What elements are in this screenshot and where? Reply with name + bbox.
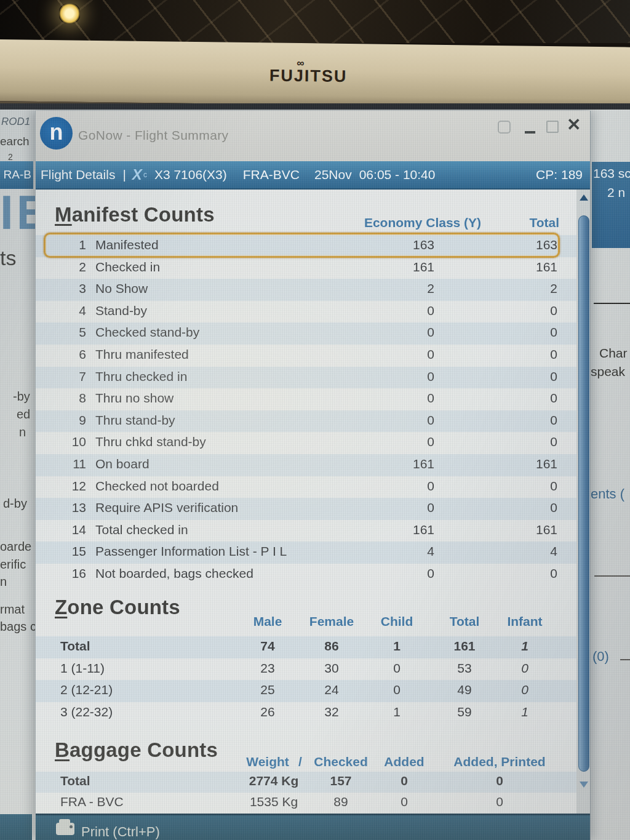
economy-value: 161 — [357, 522, 434, 537]
row-label: Not boarded, bags checked — [95, 566, 253, 581]
maximize-button[interactable] — [546, 121, 559, 133]
row-label: Checked not boarded — [95, 479, 219, 494]
flight-details-label: Flight Details — [41, 167, 115, 182]
row-label: On board — [95, 457, 150, 471]
row-number: 7 — [54, 369, 86, 384]
total-value: 161 — [480, 457, 557, 471]
economy-value: 2 — [357, 281, 434, 296]
manifest-row[interactable]: 1 Manifested 163 163 — [36, 235, 576, 257]
bg-fragment: 2 — [8, 152, 13, 162]
zone-counts-title: Zone Counts — [55, 596, 180, 619]
infant-value: 0 — [493, 682, 557, 697]
economy-value: 0 — [357, 391, 434, 406]
manifest-table: 1 Manifested 163 163 2 Checked in 161 16… — [36, 235, 576, 586]
bg-fragment: d-by — [3, 497, 27, 511]
checked-value: 157 — [310, 774, 372, 788]
total-value: 0 — [480, 391, 557, 406]
app-icon-letter: n — [50, 119, 63, 145]
bg-fragment: bags c — [0, 620, 36, 634]
flight-summary-content: Manifest Counts Economy Class (Y) Total … — [36, 190, 590, 814]
bg-fragment: 163 sc — [593, 166, 630, 181]
economy-value: 0 — [357, 369, 434, 384]
printer-icon — [56, 823, 74, 835]
manifest-row[interactable]: 11 On board 161 161 — [36, 454, 576, 476]
economy-value: 161 — [357, 260, 434, 274]
baggage-table: Total 2774 Kg 157 0 0 FRA - BVC 1535 Kg … — [36, 772, 576, 814]
row-number: 12 — [54, 479, 86, 494]
manifest-row[interactable]: 13 Require APIS verification 0 0 — [36, 498, 576, 520]
infant-value: 1 — [493, 705, 557, 719]
child-value: 0 — [365, 661, 429, 676]
bg-fragment: ts — [0, 246, 16, 270]
row-number: 3 — [54, 281, 86, 296]
close-button[interactable]: ✕ — [567, 114, 581, 135]
economy-value: 0 — [357, 303, 434, 318]
female-value: 32 — [300, 705, 364, 719]
column-header-checked: Checked — [310, 754, 372, 769]
row-number: 13 — [54, 500, 86, 515]
column-header-male: Male — [236, 614, 300, 629]
manifest-row[interactable]: 6 Thru manifested 0 0 — [36, 345, 576, 367]
title-text: anifest Counts — [72, 203, 215, 226]
manifest-row[interactable]: 12 Checked not boarded 0 0 — [36, 476, 576, 498]
male-value: 25 — [236, 682, 300, 697]
manifest-row[interactable]: 9 Thru stand-by 0 0 — [36, 410, 576, 433]
manifest-row[interactable]: 2 Checked in 161 161 — [36, 257, 576, 279]
vertical-scrollbar[interactable] — [576, 190, 590, 814]
row-label: Thru manifested — [95, 347, 189, 362]
total-value: 0 — [480, 303, 557, 318]
column-header-economy: Economy Class (Y) — [346, 215, 500, 230]
child-value: 1 — [365, 705, 429, 719]
zone-label: 2 (12-21) — [60, 682, 113, 697]
manifest-row[interactable]: 7 Thru checked in 0 0 — [36, 367, 576, 389]
column-header-total: Total — [433, 614, 496, 629]
baggage-row: Total 2774 Kg 157 0 0 — [36, 772, 576, 793]
manifest-row[interactable]: 4 Stand-by 0 0 — [36, 301, 576, 323]
zone-table: Total 74 86 1 161 1 1 (1-11) 23 30 0 — [36, 636, 576, 724]
scroll-up-icon[interactable] — [580, 194, 588, 201]
male-value: 23 — [236, 661, 300, 676]
female-value: 30 — [300, 661, 364, 676]
minimize-button[interactable] — [525, 131, 535, 134]
manifest-row[interactable]: 3 No Show 2 2 — [36, 279, 576, 301]
total-value: 0 — [480, 347, 557, 362]
total-value: 163 — [480, 238, 557, 252]
title-underlined-letter: B — [55, 738, 70, 761]
manifest-row[interactable]: 15 Passenger Information List - P I L 4 … — [36, 542, 576, 564]
row-label: Thru checked in — [95, 369, 187, 384]
added-value: 0 — [373, 774, 435, 788]
bg-fragment: ents ( — [591, 486, 624, 502]
row-label: No Show — [95, 281, 148, 296]
zone-label: 1 (1-11) — [60, 661, 105, 676]
bg-fragment: n — [0, 575, 7, 589]
background-window-left: ROD1 earch 2 RA-B IE ts -by ed n d-by oa… — [0, 110, 35, 840]
title-bar[interactable]: n GoNow - Flight Summary ✕ — [36, 111, 590, 161]
row-number: 16 — [54, 566, 86, 581]
bg-bottom-bar-fragment — [0, 814, 32, 840]
total-value: 0 — [480, 413, 557, 428]
manifest-row[interactable]: 10 Thru chkd stand-by 0 0 — [36, 432, 576, 454]
manifest-row[interactable]: 16 Not boarded, bags checked 0 0 — [36, 564, 576, 586]
manifest-row[interactable]: 14 Total checked in 161 161 — [36, 520, 576, 542]
manifest-row[interactable]: 8 Thru no show 0 0 — [36, 388, 576, 410]
added-printed-value: 0 — [450, 774, 549, 788]
bg-fragment: ed — [17, 407, 30, 422]
column-header-added-printed: Added, Printed — [450, 754, 549, 769]
scrollbar-thumb[interactable] — [578, 215, 589, 772]
monitor-brand-logo: ∞FUJITSU — [269, 66, 348, 86]
row-number: 1 — [54, 238, 86, 252]
row-label: Checked stand-by — [95, 325, 199, 340]
bg-fragment: ROD1 — [1, 116, 30, 128]
manifest-row[interactable]: 5 Checked stand-by 0 0 — [36, 322, 576, 345]
total-value: 0 — [480, 369, 557, 384]
total-value: 161 — [480, 260, 557, 274]
bg-fragment: earch — [0, 135, 30, 148]
print-button[interactable]: Print (Ctrl+P) — [81, 824, 160, 840]
window-bottom-bar: Print (Ctrl+P) — [36, 814, 590, 840]
airline-x3-icon-sub: c — [143, 170, 147, 179]
zone-row: 2 (12-21) 25 24 0 49 0 — [36, 680, 576, 702]
pin-icon[interactable] — [498, 121, 511, 134]
row-number: 9 — [54, 413, 86, 428]
scroll-down-icon[interactable] — [580, 782, 588, 788]
column-header-total: Total — [485, 215, 559, 230]
